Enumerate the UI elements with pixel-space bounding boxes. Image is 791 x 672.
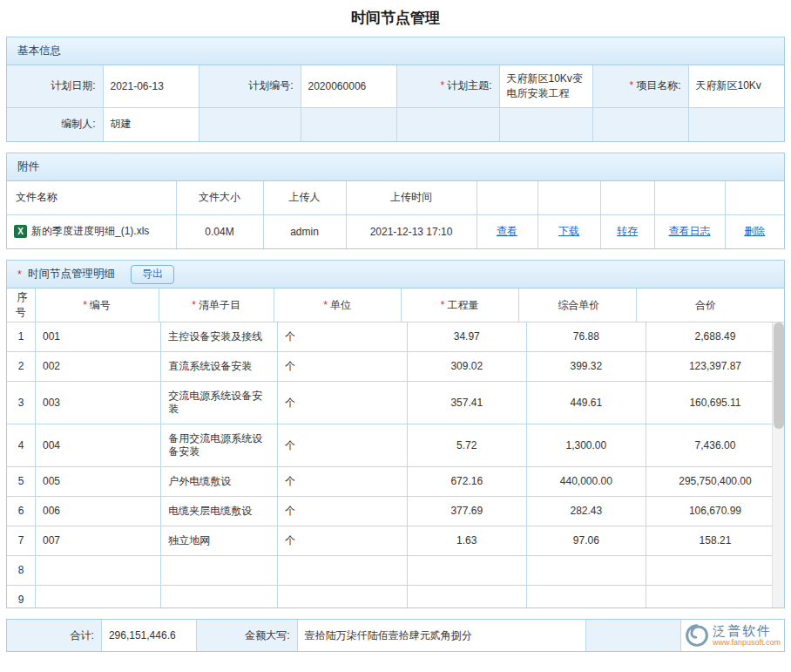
detail-row: 8 [7,556,772,586]
empty-cell [396,107,499,141]
page-title: 时间节点管理 [0,0,791,37]
col-file-name: 文件名称 [7,181,176,214]
action-cell: 查看日志 [654,214,725,248]
download-link[interactable]: 下载 [558,225,579,237]
required-mark: * [17,268,22,281]
view-log-link[interactable]: 查看日志 [669,225,711,237]
col-quantity: *工程量 [401,288,518,322]
attachments-section-bar: 附件 [7,153,784,181]
attachment-file-size: 0.04M [176,214,263,248]
attachments-panel: 附件 文件名称 文件大小 上传人 上传时间 X 新的季度进度明细_(1).xls… [6,153,785,249]
attachments-table: 文件名称 文件大小 上传人 上传时间 X 新的季度进度明细_(1).xls 0.… [7,181,784,248]
basic-info-panel: 基本信息 计划日期: 2021-06-13 计划编号: 2020060006 *… [6,37,785,142]
empty-cell [499,107,592,141]
scrollbar-thumb[interactable] [774,322,784,429]
action-cell: 删除 [725,214,784,248]
detail-section-title: 时间节点管理明细 [28,267,115,282]
empty-cell [688,107,784,141]
basic-info-row-2: 编制人: 胡建 [7,107,784,141]
brand-name: 泛普软件 [713,624,781,638]
compiler-value: 胡建 [103,107,199,141]
totals-bar: 合计: 296,151,446.6 金额大写: 壹拾陆万柒仟陆佰壹拾肆元贰角捌分… [6,619,785,652]
detail-row: 2 002 直流系统设备安装 个 309.02 399.32 123,397.8… [7,352,772,382]
basic-info-section-title: 基本信息 [17,44,61,58]
plan-subject-label: *计划主题: [396,65,499,107]
attachment-uploader: admin [263,214,346,248]
fanpu-logo-icon [685,623,709,648]
detail-section-bar: * 时间节点管理明细 导出 [7,261,784,288]
col-upload-time: 上传时间 [346,181,477,214]
attachment-file-cell: X 新的季度进度明细_(1).xls [7,214,176,248]
col-action [654,181,725,214]
empty-cell [592,107,688,141]
attachment-row: X 新的季度进度明细_(1).xls 0.04M admin 2021-12-1… [7,214,784,248]
col-action [600,181,654,214]
basic-info-table: 计划日期: 2021-06-13 计划编号: 2020060006 *计划主题:… [7,65,784,141]
col-seq: 序号 [7,288,35,322]
header-spacer [772,288,784,322]
col-file-size: 文件大小 [176,181,263,214]
plan-date-value: 2021-06-13 [103,65,199,107]
amount-in-words-value: 壹拾陆万柒仟陆佰壹拾肆元贰角捌分 [298,620,586,651]
required-mark: * [440,79,444,92]
detail-panel: * 时间节点管理明细 导出 序号 *编号 *清单子目 *单位 *工程量 综合单价… [6,260,785,608]
basic-info-row-1: 计划日期: 2021-06-13 计划编号: 2020060006 *计划主题:… [7,65,784,107]
detail-row: 7 007 独立地网 个 1.63 97.06 158.21 [7,526,772,556]
attachment-file-name: 新的季度进度明细_(1).xls [31,224,149,239]
save-as-link[interactable]: 转存 [617,225,638,237]
view-link[interactable]: 查看 [497,225,517,237]
detail-table-body: 1 001 主控设备安装及接线 个 34.97 76.88 2,688.49 2… [7,322,784,608]
fanpu-brand: 泛普软件 www.fanpusoft.com [681,620,784,651]
detail-row: 9 [7,586,772,608]
required-mark: * [629,79,633,92]
basic-info-section-bar: 基本信息 [7,37,784,65]
col-action [725,181,784,214]
project-name-label: *项目名称: [592,65,688,107]
brand-url: www.fanpusoft.com [713,638,781,647]
attachments-section-title: 附件 [17,160,39,174]
total-label: 合计: [7,620,102,651]
empty-cell [301,107,396,141]
col-code: *编号 [35,288,159,322]
action-cell: 转存 [600,214,654,248]
detail-table-header: 序号 *编号 *清单子目 *单位 *工程量 综合单价 合价 [7,288,784,322]
col-action [537,181,600,214]
col-item: *清单子目 [159,288,274,322]
compiler-label: 编制人: [7,107,103,141]
col-action [477,181,537,214]
excel-file-icon: X [14,225,27,238]
attachments-header-row: 文件名称 文件大小 上传人 上传时间 [7,181,784,214]
attachment-upload-time: 2021-12-13 17:10 [346,214,477,248]
vertical-scrollbar[interactable] [772,322,784,608]
col-unit-price: 综合单价 [518,288,636,322]
detail-row: 5 005 户外电缆敷设 个 672.16 440,000.00 295,750… [7,467,772,497]
project-name-value: 天府新区10Kv [688,65,784,107]
plan-subject-value: 天府新区10Kv变电所安装工程 [499,65,592,107]
empty-cell [586,620,681,651]
col-total-price: 合价 [636,288,772,322]
detail-row: 3 003 交流电源系统设备安装 个 357.41 449.61 160,695… [7,382,772,424]
plan-number-value: 2020060006 [301,65,396,107]
detail-row: 4 004 备用交流电源系统设备安装 个 5.72 1,300.00 7,436… [7,424,772,467]
action-cell: 下载 [537,214,600,248]
export-button[interactable]: 导出 [131,265,174,284]
delete-link[interactable]: 删除 [744,225,765,237]
col-uploader: 上传人 [263,181,346,214]
empty-cell [199,107,301,141]
detail-row: 6 006 电缆夹层电缆敷设 个 377.69 282.43 106,670.9… [7,497,772,526]
action-cell: 查看 [477,214,537,248]
detail-row: 1 001 主控设备安装及接线 个 34.97 76.88 2,688.49 [7,322,772,352]
plan-number-label: 计划编号: [199,65,301,107]
plan-date-label: 计划日期: [7,65,103,107]
total-value: 296,151,446.6 [102,620,197,651]
amount-in-words-label: 金额大写: [197,620,298,651]
col-unit: *单位 [274,288,401,322]
